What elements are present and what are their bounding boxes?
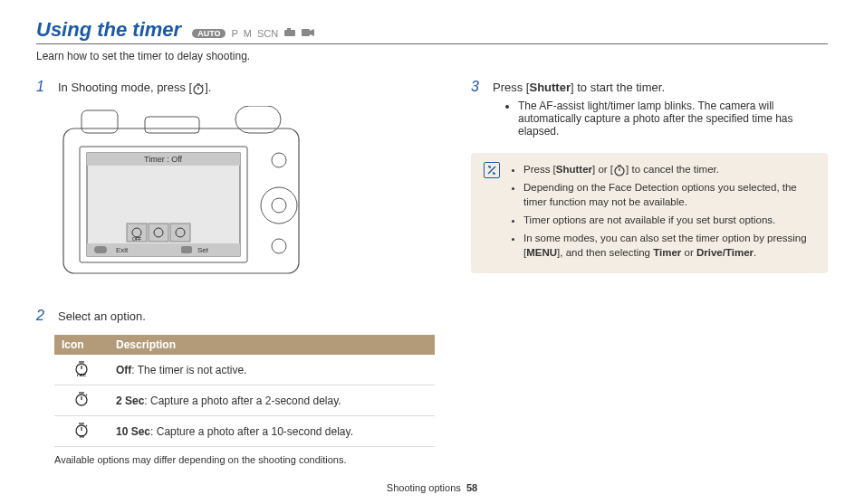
step-1: 1 In Shooting mode, press [].	[36, 79, 435, 95]
screen-set-label: Set	[197, 246, 209, 254]
main-columns: 1 In Shooting mode, press []. Timer : Of…	[36, 79, 828, 465]
timer-2sec-icon	[54, 385, 109, 416]
svg-point-10	[272, 198, 286, 213]
info-item: Press [Shutter] or [] to cancel the time…	[523, 162, 815, 176]
camera-illustration: Timer : Off OFF Exit Set	[54, 106, 308, 287]
timer-button-icon	[192, 82, 205, 95]
info-item: In some modes, you can also set the time…	[523, 231, 815, 260]
mode-scn-icon: SCN	[257, 28, 278, 39]
step-1-number: 1	[36, 79, 49, 95]
svg-rect-17	[170, 223, 190, 242]
th-icon: Icon	[54, 335, 109, 355]
camera-diagram: Timer : Off OFF Exit Set	[54, 106, 435, 290]
options-table: Icon Description OFF Off: The timer is n…	[54, 335, 435, 447]
mode-m-icon: M	[244, 28, 252, 39]
svg-rect-7	[145, 117, 199, 133]
step-3: 3 Press [Shutter] to start the timer. Th…	[471, 79, 828, 140]
table-row: OFF Off: The timer is not active.	[54, 355, 435, 385]
footer-section: Shooting options	[387, 482, 461, 493]
svg-point-8	[272, 153, 286, 167]
svg-text:10: 10	[79, 434, 84, 438]
info-item: Timer options are not available if you s…	[523, 213, 815, 227]
svg-rect-2	[302, 29, 310, 36]
title-row: Using the timer AUTO P M SCN	[36, 18, 828, 44]
timer-10sec-icon: 10	[54, 416, 109, 447]
step-1-text: In Shooting mode, press [].	[58, 79, 211, 95]
table-row: 2 Sec: Capture a photo after a 2-second …	[54, 385, 435, 416]
svg-rect-1	[287, 28, 291, 31]
svg-rect-16	[149, 223, 168, 242]
page-title: Using the timer	[36, 18, 181, 42]
mode-icons: AUTO P M SCN	[192, 28, 314, 39]
mode-video-icon	[302, 28, 314, 39]
svg-rect-24	[181, 246, 192, 253]
svg-point-11	[272, 239, 286, 253]
svg-rect-22	[87, 243, 240, 256]
info-box: Press [Shutter] or [] to cancel the time…	[471, 153, 828, 273]
mode-auto-icon: AUTO	[192, 29, 226, 38]
intro-text: Learn how to set the timer to delay shoo…	[36, 50, 828, 62]
table-footnote: Available options may differ depending o…	[54, 454, 435, 465]
step-2-text: Select an option.	[58, 308, 146, 324]
screen-title: Timer : Off	[144, 155, 183, 164]
right-column: 3 Press [Shutter] to start the timer. Th…	[471, 79, 828, 465]
svg-rect-0	[284, 30, 295, 36]
screen-exit-label: Exit	[116, 246, 129, 254]
footer-page-number: 58	[466, 482, 477, 493]
page-footer: Shooting options 58	[0, 482, 864, 493]
step-3-bullet: The AF-assist light/timer lamp blinks. T…	[518, 100, 828, 138]
mode-p-icon: P	[231, 28, 237, 39]
svg-rect-23	[94, 246, 107, 253]
svg-point-9	[261, 187, 297, 223]
table-row: 10 10 Sec: Capture a photo after a 10-se…	[54, 416, 435, 447]
svg-rect-5	[82, 110, 118, 133]
th-description: Description	[109, 335, 435, 355]
timer-button-icon	[613, 164, 626, 176]
info-icon	[484, 162, 500, 178]
step-3-number: 3	[471, 79, 484, 140]
step-3-text: Press [Shutter] to start the timer. The …	[493, 79, 828, 140]
step-2-number: 2	[36, 308, 49, 324]
svg-text:OFF: OFF	[132, 236, 141, 242]
timer-off-icon: OFF	[54, 355, 109, 385]
mode-camera-icon	[283, 28, 296, 39]
step-2: 2 Select an option.	[36, 308, 435, 324]
svg-text:OFF: OFF	[77, 373, 86, 376]
left-column: 1 In Shooting mode, press []. Timer : Of…	[36, 79, 435, 465]
info-item: Depending on the Face Detection options …	[523, 180, 815, 209]
info-list: Press [Shutter] or [] to cancel the time…	[523, 162, 815, 264]
